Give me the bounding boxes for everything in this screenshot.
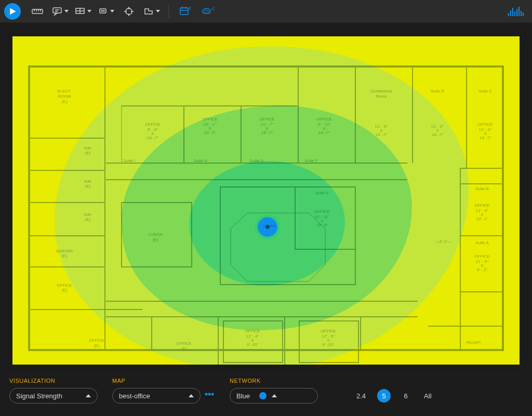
- chevron-up-icon: [272, 394, 277, 397]
- band-6[interactable]: 6: [399, 389, 413, 402]
- play-button[interactable]: [4, 3, 21, 20]
- svg-point-5: [103, 10, 104, 11]
- map-select[interactable]: best-office: [112, 388, 201, 404]
- region-tool[interactable]: [72, 2, 95, 21]
- svg-point-13: [211, 8, 212, 9]
- svg-rect-3: [100, 9, 106, 13]
- svg-point-9: [190, 7, 191, 8]
- network-value: Blue: [236, 392, 250, 400]
- bottom-bar: VISUALIZATION Signal Strength MAP best-o…: [0, 372, 532, 411]
- access-point-marker[interactable]: [258, 217, 277, 237]
- network-group: NETWORK Blue: [230, 378, 318, 404]
- svg-point-97: [209, 394, 210, 395]
- svg-point-98: [212, 394, 214, 395]
- network-color-dot: [259, 392, 267, 399]
- visualization-select[interactable]: Signal Strength: [9, 388, 98, 404]
- band-all[interactable]: All: [421, 389, 434, 402]
- network-label: NETWORK: [230, 378, 318, 384]
- visualization-label: VISUALIZATION: [9, 378, 98, 384]
- svg-point-10: [190, 9, 191, 10]
- svg-point-15: [213, 9, 214, 10]
- map-viewport[interactable]: ELECT.ROOM(E) OFFICE9' - 0"X14' -7" OFFI…: [5, 29, 527, 372]
- visualization-value: Signal Strength: [16, 392, 62, 400]
- chevron-up-icon: [189, 394, 194, 397]
- map-value: best-office: [119, 392, 150, 400]
- band-2-4[interactable]: 2.4: [353, 389, 369, 402]
- map-label: MAP: [112, 378, 215, 384]
- visualization-group: VISUALIZATION Signal Strength: [9, 378, 98, 404]
- svg-point-14: [213, 7, 214, 8]
- chevron-up-icon: [86, 394, 91, 397]
- svg-point-96: [206, 394, 207, 395]
- svg-rect-0: [32, 9, 43, 14]
- svg-rect-7: [180, 8, 188, 15]
- crosshair-tool[interactable]: [117, 2, 140, 21]
- ruler-tool[interactable]: [26, 2, 49, 21]
- top-toolbar: CH: [0, 0, 532, 23]
- shape-tool[interactable]: [140, 2, 163, 21]
- band-5[interactable]: 5: [377, 389, 391, 402]
- svg-point-4: [101, 10, 102, 11]
- channel-tool[interactable]: CH: [197, 2, 220, 21]
- network-select[interactable]: Blue: [230, 388, 318, 404]
- svg-rect-1: [53, 8, 61, 13]
- heatmap-canvas: [12, 36, 520, 365]
- map-actions-button[interactable]: [204, 390, 215, 399]
- band-tabs: 2.4 5 6 All: [353, 388, 435, 404]
- svg-text:CH: CH: [204, 9, 209, 13]
- schedule-tool[interactable]: [174, 2, 197, 21]
- toolbar-separator: [168, 5, 169, 18]
- access-point-tool[interactable]: [95, 2, 117, 21]
- spectrum-icon[interactable]: [508, 7, 528, 16]
- map-group: MAP best-office: [112, 378, 215, 404]
- comment-tool[interactable]: [49, 2, 72, 21]
- svg-point-8: [189, 8, 190, 9]
